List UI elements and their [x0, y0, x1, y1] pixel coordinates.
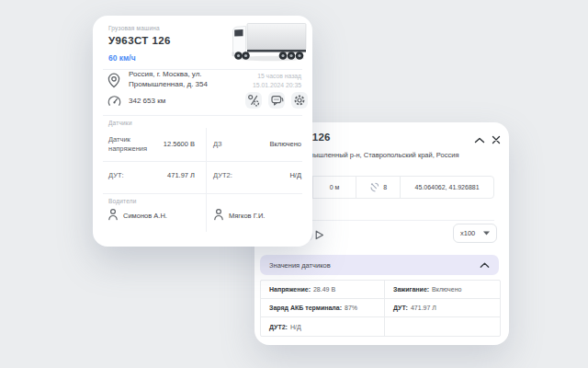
table-cell: ДУТ: 471.97 Л: [385, 299, 500, 317]
person-icon: [107, 208, 119, 221]
satellites-cell: 8: [356, 177, 401, 198]
sensor-name: ДУТ2:: [213, 171, 232, 180]
table-cell: Напряжение: 28.49 В: [261, 281, 385, 299]
collapse-card-button[interactable]: [473, 133, 486, 146]
divider: [103, 193, 302, 194]
last-update-time: 15 часов назад 15.01.2024 20:35: [253, 72, 301, 90]
odometer-icon: [107, 95, 121, 107]
table-cell: ДУТ2: Н/Д: [261, 317, 385, 336]
driver-name: Мягков Г.И.: [229, 212, 265, 220]
divider: [103, 161, 302, 162]
sensor-name: ДУТ:: [108, 171, 124, 180]
sensor-value: Включено: [269, 140, 301, 148]
page-background: У963СТ 126 Промышленный р-н, Ставропольс…: [0, 0, 588, 368]
sensor-value: 471.97 Л: [167, 171, 195, 179]
divider: [103, 115, 302, 116]
person-icon: [213, 208, 224, 221]
vehicle-type-label: Грузовая машина: [108, 25, 160, 31]
sensor-name: Датчик напряжения: [108, 135, 164, 153]
table-cell: [385, 317, 500, 336]
close-icon: [492, 135, 501, 144]
sensor-name: ДЗ: [213, 140, 222, 149]
odometer-value: 342 653 км: [129, 97, 165, 105]
vehicle-speed: 60 км/ч: [108, 53, 136, 63]
sensor-value: 12.5600 В: [164, 140, 195, 148]
coordinates-cell: 45.064062, 41.926881: [401, 177, 493, 198]
play-button[interactable]: [314, 229, 324, 240]
satellites-count: 8: [383, 184, 387, 190]
divider: [206, 128, 207, 232]
caret-down-icon: [483, 231, 490, 236]
chevron-up-icon: [480, 262, 490, 269]
settings-button[interactable]: [291, 92, 308, 109]
route-icon: [247, 94, 260, 107]
route-button[interactable]: [245, 92, 262, 109]
vehicle-plate: У963СТ 126: [108, 35, 171, 46]
driver-name: Симонов А.Н.: [123, 212, 167, 220]
detail-address: Промышленный р-н, Ставропольский край, Р…: [296, 151, 458, 159]
sensor-value: Н/Д: [289, 171, 301, 179]
close-card-button[interactable]: [490, 133, 503, 146]
sensors-section-title: Датчики: [108, 120, 132, 126]
drivers-section-title: Водители: [108, 198, 137, 204]
playback-speed-value: x100: [460, 229, 475, 237]
playback-speed-select[interactable]: x100: [453, 224, 497, 243]
truck-image: [228, 18, 309, 64]
vehicle-summary-card: Грузовая машина У963СТ 126 60 км/ч: [93, 16, 312, 247]
sensor-values-title: Значения датчиков: [269, 261, 331, 270]
satellite-icon: [369, 182, 379, 192]
table-cell: Зажигание: Включено: [385, 281, 500, 299]
chat-icon: [270, 94, 284, 107]
distance-cell: 0 м: [313, 177, 356, 198]
location-pin-icon: [107, 73, 120, 88]
chat-button[interactable]: [268, 92, 285, 109]
settings-gear-icon: [293, 94, 306, 107]
sensor-values-table: Напряжение: 28.49 В Зажигание: Включено …: [260, 280, 501, 337]
vehicle-address: Россия, г. Москва, ул. Промышленная, д. …: [129, 70, 208, 89]
play-icon: [315, 230, 324, 240]
sensor-values-header[interactable]: Значения датчиков: [260, 255, 499, 275]
table-cell: Заряд АКБ терминала: 87%: [261, 299, 385, 317]
chevron-up-icon: [474, 137, 485, 144]
